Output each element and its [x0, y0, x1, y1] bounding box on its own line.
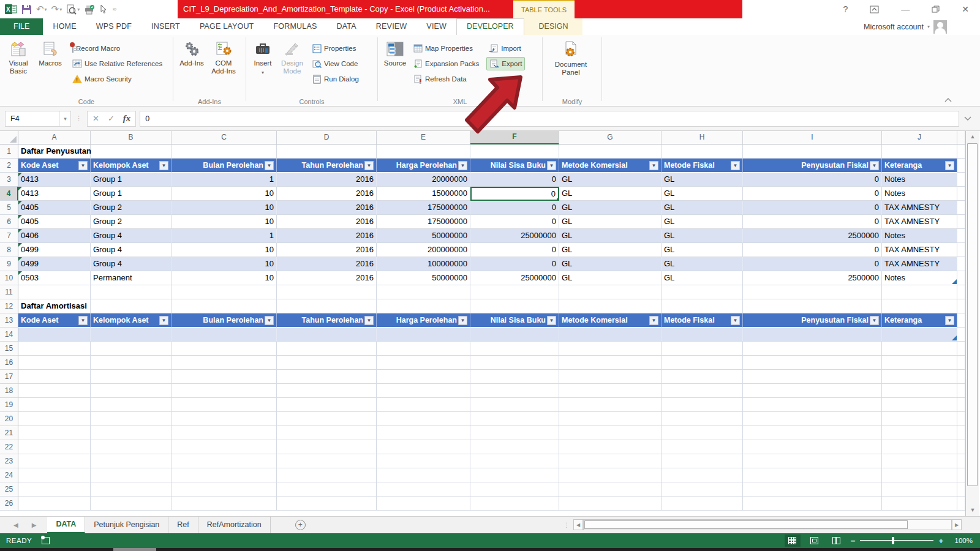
cell-J25[interactable] — [882, 482, 957, 497]
table-resize-handle[interactable] — [952, 335, 957, 340]
vertical-scrollbar-thumb[interactable] — [967, 143, 978, 486]
refresh-data-button[interactable]: Refresh Data — [411, 72, 481, 86]
cell-I11[interactable] — [743, 285, 882, 299]
quick-print-button[interactable] — [84, 4, 95, 15]
cell-partial-23[interactable] — [957, 454, 965, 468]
cell-H7[interactable]: GL — [662, 229, 743, 243]
cell-C3[interactable]: 1 — [172, 173, 277, 187]
cell-A15[interactable] — [18, 342, 91, 356]
cell-A6[interactable]: 0405 — [18, 215, 91, 229]
cell-A1[interactable]: Daftar Penyusutan — [18, 144, 91, 159]
cell-E10[interactable]: 50000000 — [377, 271, 470, 285]
cell-I15[interactable] — [743, 342, 882, 356]
cell-H21[interactable] — [662, 426, 743, 440]
cell-F6[interactable]: 0 — [470, 215, 559, 229]
cell-G20[interactable] — [559, 412, 662, 426]
cell-B20[interactable] — [91, 412, 172, 426]
cell-J17[interactable] — [882, 370, 957, 384]
cell-G18[interactable] — [559, 384, 662, 398]
filter-button[interactable]: ▼ — [458, 161, 467, 170]
cell-G9[interactable]: GL — [559, 257, 662, 271]
horizontal-scrollbar-thumb[interactable] — [584, 520, 908, 529]
page-break-view-button[interactable] — [829, 534, 845, 547]
cell-B8[interactable]: Group 4 — [91, 243, 172, 257]
cell-I3[interactable]: 0 — [743, 173, 882, 187]
cell-H2[interactable]: Metode Fiskal▼ — [662, 159, 743, 173]
cell-I17[interactable] — [743, 370, 882, 384]
row-header-4[interactable]: 4 — [0, 187, 18, 201]
insert-function-icon[interactable]: fx — [123, 113, 131, 124]
cell-F5[interactable]: 0 — [470, 201, 559, 215]
cell-H14[interactable] — [662, 328, 743, 342]
cell-D17[interactable] — [277, 370, 377, 384]
cell-B24[interactable] — [91, 468, 172, 482]
cell-F10[interactable]: 25000000 — [470, 271, 559, 285]
cell-J7[interactable]: Notes — [882, 229, 957, 243]
cell-J3[interactable]: Notes — [882, 173, 957, 187]
cell-F21[interactable] — [470, 426, 559, 440]
cell-partial-5[interactable] — [957, 201, 965, 215]
filter-button[interactable]: ▼ — [265, 316, 274, 325]
cell-partial-17[interactable] — [957, 370, 965, 384]
cell-B11[interactable] — [91, 285, 172, 299]
cell-C9[interactable]: 10 — [172, 257, 277, 271]
name-box[interactable]: F4 ▾ — [5, 111, 71, 127]
cell-B7[interactable]: Group 4 — [91, 229, 172, 243]
cell-D15[interactable] — [277, 342, 377, 356]
cell-B18[interactable] — [91, 384, 172, 398]
cell-H25[interactable] — [662, 482, 743, 497]
cell-I16[interactable] — [743, 356, 882, 370]
filter-button[interactable]: ▼ — [945, 316, 954, 325]
cell-G5[interactable]: GL — [559, 201, 662, 215]
cell-B21[interactable] — [91, 426, 172, 440]
sheet-tab-petunjuk-pengisian[interactable]: Petunjuk Pengisian — [85, 517, 168, 533]
cell-I8[interactable]: 0 — [743, 243, 882, 257]
cell-H8[interactable]: GL — [662, 243, 743, 257]
close-button[interactable]: ✕ — [962, 4, 969, 14]
cell-E16[interactable] — [377, 356, 470, 370]
cell-A16[interactable] — [18, 356, 91, 370]
cell-D3[interactable]: 2016 — [277, 173, 377, 187]
cell-C16[interactable] — [172, 356, 277, 370]
cell-A8[interactable]: 0499 — [18, 243, 91, 257]
cell-I10[interactable]: 2500000 — [743, 271, 882, 285]
row-header-8[interactable]: 8 — [0, 243, 18, 257]
row-header-21[interactable]: 21 — [0, 426, 18, 440]
cell-C23[interactable] — [172, 454, 277, 468]
cell-G8[interactable]: GL — [559, 243, 662, 257]
cell-I18[interactable] — [743, 384, 882, 398]
column-header-J[interactable]: J — [882, 131, 957, 144]
tab-scrollbar-splitter[interactable]: ⋮ — [564, 522, 570, 528]
cell-E20[interactable] — [377, 412, 470, 426]
cell-I7[interactable]: 2500000 — [743, 229, 882, 243]
cell-H15[interactable] — [662, 342, 743, 356]
cell-H1[interactable] — [662, 144, 743, 159]
cell-D18[interactable] — [277, 384, 377, 398]
cell-D12[interactable] — [277, 299, 377, 313]
cell-partial-21[interactable] — [957, 426, 965, 440]
cell-J10[interactable]: Notes — [882, 271, 957, 285]
filter-button[interactable]: ▼ — [78, 316, 88, 325]
cell-partial-14[interactable] — [957, 328, 965, 342]
cell-H17[interactable] — [662, 370, 743, 384]
cell-B10[interactable]: Permanent — [91, 271, 172, 285]
cell-E7[interactable]: 50000000 — [377, 229, 470, 243]
cell-partial-7[interactable] — [957, 229, 965, 243]
cell-E14[interactable] — [377, 328, 470, 342]
cell-G25[interactable] — [559, 482, 662, 497]
scroll-right-icon[interactable]: ▶ — [952, 519, 962, 530]
filter-button[interactable]: ▼ — [159, 161, 168, 170]
cell-J14[interactable] — [882, 328, 957, 342]
cell-G22[interactable] — [559, 440, 662, 454]
cell-partial-3[interactable] — [957, 173, 965, 187]
export-button[interactable]: Export — [486, 57, 525, 70]
map-properties-button[interactable]: Map Properties — [411, 42, 481, 55]
tab-review[interactable]: REVIEW — [366, 18, 417, 35]
cell-I14[interactable] — [743, 328, 882, 342]
cell-J5[interactable]: TAX AMNESTY — [882, 201, 957, 215]
cell-B14[interactable] — [91, 328, 172, 342]
cell-J8[interactable]: TAX AMNESTY — [882, 243, 957, 257]
filter-button[interactable]: ▼ — [78, 161, 88, 170]
cell-H10[interactable]: GL — [662, 271, 743, 285]
cell-partial-1[interactable] — [957, 144, 965, 159]
